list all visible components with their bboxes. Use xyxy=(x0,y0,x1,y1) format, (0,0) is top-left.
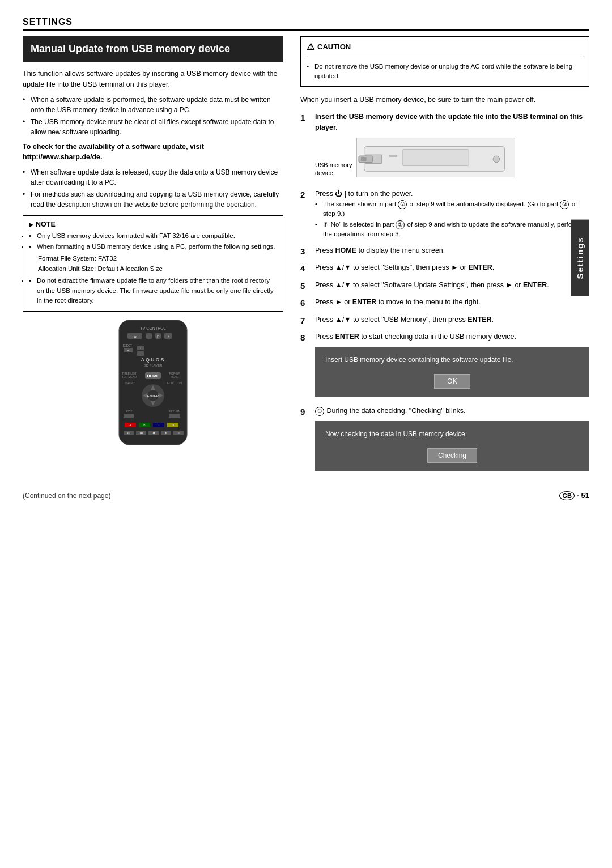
svg-text:⏵: ⏵ xyxy=(165,431,168,435)
intro-bullet-2: The USB memory device must be clear of a… xyxy=(23,117,283,137)
svg-text:FUNCTION: FUNCTION xyxy=(167,381,182,385)
svg-text:EXIT: EXIT xyxy=(126,410,132,413)
dialog-2-text: Now checking the data in USB memory devi… xyxy=(325,430,467,438)
svg-rect-61 xyxy=(389,155,398,157)
svg-text:HOME: HOME xyxy=(147,374,159,378)
step-1-text: Insert the USB memory device with the up… xyxy=(315,113,583,131)
step-9-num: 9 xyxy=(300,406,311,475)
page-number: - 51 xyxy=(577,491,589,500)
svg-rect-4 xyxy=(146,333,152,339)
step-9: 9 ① During the data checking, "Checking"… xyxy=(300,406,589,475)
svg-text:EJECT: EJECT xyxy=(123,344,132,347)
bold-line-text: To check for the availability of a softw… xyxy=(23,143,204,151)
section-header: Manual Update from USB memory device xyxy=(23,36,283,62)
svg-text:⏮: ⏮ xyxy=(128,431,130,435)
caution-divider xyxy=(307,57,583,57)
svg-text:DISPLAY: DISPLAY xyxy=(124,381,135,385)
dialog-checking-button[interactable]: Checking xyxy=(427,448,477,463)
step-2-num: 2 xyxy=(300,189,311,241)
left-column: Manual Update from USB memory device Thi… xyxy=(23,36,283,480)
svg-text:−: − xyxy=(140,352,142,355)
note-title: NOTE xyxy=(29,220,277,228)
intro-text: This function allows software updates by… xyxy=(23,69,283,90)
usb-device-area: USB memorydevice xyxy=(315,138,589,177)
step-2-sub-1: The screen shown in part ② of step 9 wil… xyxy=(315,199,589,219)
step-5-num: 5 xyxy=(300,280,311,293)
usb-device-illustration xyxy=(356,138,515,177)
step-4-num: 4 xyxy=(300,262,311,275)
right-intro: When you insert a USB memory device, be … xyxy=(300,95,589,105)
svg-text:C: C xyxy=(158,423,160,427)
note-bullet-2: When formatting a USB memory device usin… xyxy=(29,242,277,252)
dialog-box-2: Now checking the data in USB memory devi… xyxy=(315,421,589,471)
steps-list: 1 Insert the USB memory device with the … xyxy=(300,112,589,475)
svg-text:⏸: ⏸ xyxy=(177,431,180,435)
right-column: ⚠ CAUTION Do not remove the USB memory d… xyxy=(300,36,589,480)
svg-rect-34 xyxy=(124,414,134,418)
footer-page: GB - 51 xyxy=(559,491,589,500)
caution-content: Do not remove the USB memory device or u… xyxy=(307,62,583,82)
bold-bullets: When software update data is released, c… xyxy=(23,167,283,210)
svg-rect-36 xyxy=(169,414,180,418)
dialog-box-1: Insert USB memory device containing the … xyxy=(315,347,589,397)
remote-illustration: TV CONTROL ⏻ P ∧ EJECT ⏏ + xyxy=(108,317,198,448)
svg-text:BD PLAYER: BD PLAYER xyxy=(143,364,163,367)
svg-text:ENTER: ENTER xyxy=(147,394,159,398)
caution-icon: ⚠ xyxy=(307,41,314,52)
page: SETTINGS Manual Update from USB memory d… xyxy=(0,0,612,868)
svg-text:⏏: ⏏ xyxy=(127,348,130,352)
step-5: 5 Press ▲/▼ to select "Software Update S… xyxy=(300,280,589,293)
step-1: 1 Insert the USB memory device with the … xyxy=(300,112,589,184)
svg-text:TOP MENU: TOP MENU xyxy=(122,375,137,378)
svg-text:MENU: MENU xyxy=(171,375,179,378)
dialog-ok-button[interactable]: OK xyxy=(434,374,470,389)
step-6-num: 6 xyxy=(300,297,311,310)
svg-text:AQUOS: AQUOS xyxy=(141,357,165,363)
step-7-content: Press ▲/▼ to select "USB Memory", then p… xyxy=(315,314,589,327)
step-3-content: Press HOME to display the menu screen. xyxy=(315,245,589,258)
step-2: 2 Press ⏻ | to turn on the power. The sc… xyxy=(300,189,589,241)
note-bullet-3: Do not extract the firmware update file … xyxy=(29,276,277,305)
svg-text:TV CONTROL: TV CONTROL xyxy=(140,326,165,330)
step-6-content: Press ► or ENTER to move to the menu to … xyxy=(315,297,589,310)
dialog-1-text: Insert USB memory device containing the … xyxy=(325,356,513,364)
note-indent-1: Format File System: FAT32 xyxy=(38,253,277,263)
step-3: 3 Press HOME to display the menu screen. xyxy=(300,245,589,258)
url-text: http://www.sharp.de/de. xyxy=(23,153,103,161)
step-8-num: 8 xyxy=(300,331,311,401)
remote-container: TV CONTROL ⏻ P ∧ EJECT ⏏ + xyxy=(23,317,283,448)
footer-note: (Continued on the next page) xyxy=(23,492,110,500)
svg-rect-59 xyxy=(403,149,469,165)
step-2-subbullets: The screen shown in part ② of step 9 wil… xyxy=(315,199,589,240)
step-8-content: Press ENTER to start checking data in th… xyxy=(315,331,589,401)
usb-label: USB memorydevice xyxy=(315,161,352,177)
svg-text:∧: ∧ xyxy=(167,335,169,338)
caution-title: ⚠ CAUTION xyxy=(307,41,583,52)
svg-text:+: + xyxy=(140,346,142,350)
step-8: 8 Press ENTER to start checking data in … xyxy=(300,331,589,401)
step-3-num: 3 xyxy=(300,245,311,258)
step-4: 4 Press ▲/▼ to select "Settings", then p… xyxy=(300,262,589,275)
note-indent: Format File System: FAT32 Allocation Uni… xyxy=(29,253,277,274)
caution-title-text: CAUTION xyxy=(317,42,351,51)
gb-circle: GB xyxy=(559,491,575,500)
footer: (Continued on the next page) GB - 51 xyxy=(23,491,589,500)
svg-rect-58 xyxy=(361,157,367,161)
bold-bullet-1: When software update data is released, c… xyxy=(23,167,283,188)
caution-box: ⚠ CAUTION Do not remove the USB memory d… xyxy=(300,36,589,87)
step-7-num: 7 xyxy=(300,314,311,327)
step-9-content: ① During the data checking, "Checking" b… xyxy=(315,406,589,475)
bold-bullet-2: For methods such as downloading and copy… xyxy=(23,189,283,210)
bold-line: To check for the availability of a softw… xyxy=(23,142,283,163)
step-7: 7 Press ▲/▼ to select "USB Memory", then… xyxy=(300,314,589,327)
circle-1: ① xyxy=(315,407,324,416)
step-2-content: Press ⏻ | to turn on the power. The scre… xyxy=(315,189,589,241)
step-1-num: 1 xyxy=(300,112,311,184)
step-1-content: Insert the USB memory device with the up… xyxy=(315,112,589,184)
step-6: 6 Press ► or ENTER to move to the menu t… xyxy=(300,297,589,310)
svg-text:D: D xyxy=(172,423,174,427)
note-content: Only USB memory devices formatted with F… xyxy=(29,231,277,252)
step-4-content: Press ▲/▼ to select "Settings", then pre… xyxy=(315,262,589,275)
settings-title: SETTINGS xyxy=(23,17,589,31)
svg-text:⏹: ⏹ xyxy=(152,431,155,435)
